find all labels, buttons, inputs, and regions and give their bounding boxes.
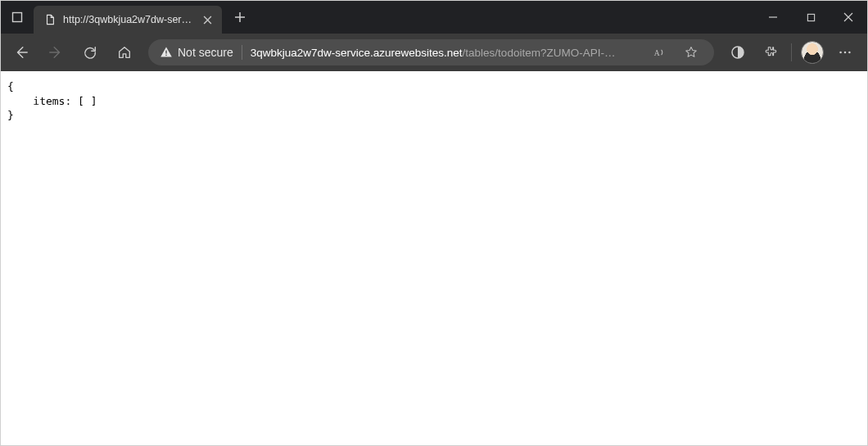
window-controls — [754, 1, 867, 34]
titlebar: http://3qwbkjua2w7dw-service.a — [1, 1, 867, 34]
warning-icon — [160, 46, 173, 59]
svg-text:A: A — [654, 48, 660, 57]
divider — [791, 43, 792, 61]
read-aloud-button[interactable]: A — [649, 41, 671, 64]
svg-point-7 — [844, 52, 847, 54]
menu-button[interactable] — [830, 37, 861, 68]
file-icon — [43, 13, 57, 26]
security-label: Not secure — [178, 46, 233, 59]
svg-point-6 — [839, 52, 842, 54]
security-indicator[interactable]: Not secure — [160, 46, 233, 59]
json-line-2: items: [ ] — [7, 95, 97, 107]
url-path: /tables/todoitem?ZUMO-API-… — [463, 47, 616, 59]
avatar — [801, 41, 824, 64]
back-button[interactable] — [6, 37, 37, 68]
svg-rect-0 — [13, 13, 22, 22]
svg-point-8 — [848, 52, 851, 54]
close-window-button[interactable] — [830, 1, 867, 34]
tab-title: http://3qwbkjua2w7dw-service.a — [63, 14, 194, 25]
url-text: 3qwbkjua2w7dw-service.azurewebsites.net/… — [251, 47, 640, 59]
maximize-button[interactable] — [792, 1, 830, 34]
toolbar-right — [722, 37, 861, 68]
browser-tab[interactable]: http://3qwbkjua2w7dw-service.a — [34, 6, 222, 34]
toolbar: Not secure 3qwbkjua2w7dw-service.azurewe… — [1, 34, 867, 71]
close-tab-button[interactable] — [201, 13, 214, 26]
favorites-button[interactable] — [680, 41, 703, 64]
svg-rect-1 — [807, 14, 814, 20]
profile-button[interactable] — [797, 37, 828, 68]
zen-button[interactable] — [722, 37, 753, 68]
new-tab-button[interactable] — [227, 4, 253, 30]
titlebar-left: http://3qwbkjua2w7dw-service.a — [1, 1, 253, 34]
json-line-1: { — [7, 80, 14, 92]
svg-rect-3 — [165, 55, 166, 56]
extensions-button[interactable] — [755, 37, 786, 68]
divider — [242, 45, 242, 60]
forward-button[interactable] — [40, 37, 71, 68]
refresh-button[interactable] — [75, 37, 106, 68]
svg-rect-2 — [165, 51, 166, 54]
page-content: { items: [ ] } — [1, 71, 867, 445]
tab-actions-button[interactable] — [1, 1, 34, 34]
minimize-button[interactable] — [754, 1, 792, 34]
address-bar[interactable]: Not secure 3qwbkjua2w7dw-service.azurewe… — [148, 39, 714, 65]
url-host: 3qwbkjua2w7dw-service.azurewebsites.net — [251, 47, 463, 59]
home-button[interactable] — [109, 37, 140, 68]
json-line-3: } — [7, 109, 14, 121]
